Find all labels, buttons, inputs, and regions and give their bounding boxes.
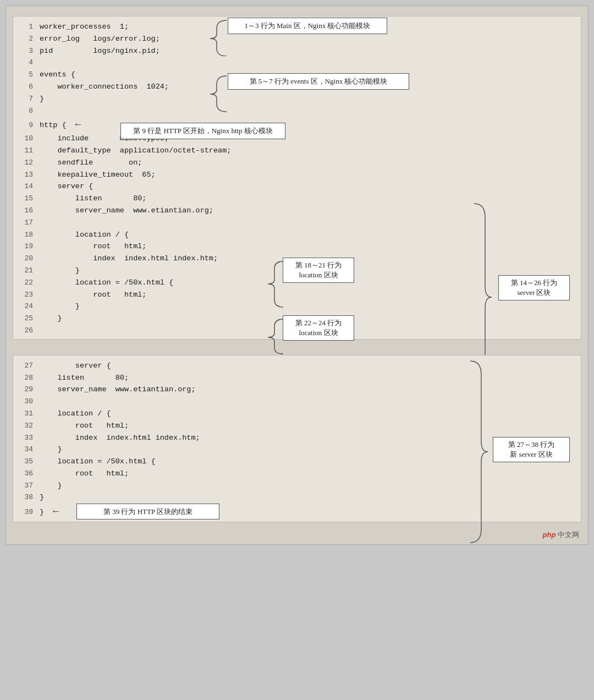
code-line: 3pid logs/nginx.pid; — [13, 45, 581, 57]
annotation-main-block: 1～3 行为 Main 区，Nginx 核心功能模块 — [228, 18, 387, 34]
arrow-icon-bottom: ← — [53, 504, 59, 519]
top-code-section: 1worker_processes 1; 2error_log logs/err… — [13, 16, 581, 340]
brace-events-svg — [206, 73, 229, 113]
annotation-http-end: 第 39 行为 HTTP 区块的结束 — [76, 504, 219, 520]
code-line: 16 server_name www.etiantian.org; — [13, 205, 581, 217]
watermark: php 中文网 — [543, 530, 579, 540]
code-line: 11 default_type application/octet-stream… — [13, 145, 581, 157]
code-line: 8 — [13, 105, 581, 117]
arrow-icon: ← — [75, 117, 81, 133]
bottom-code-section: 27 server { 28 listen 80; 29 server_name… — [13, 355, 581, 522]
code-line: 32 root html; — [13, 420, 581, 432]
code-line: 28 listen 80; — [13, 372, 581, 384]
brace-location1-svg — [263, 259, 285, 308]
brace-main-svg — [206, 18, 229, 56]
code-line: 23 root html; — [13, 289, 581, 301]
code-line: 31 location / { — [13, 408, 581, 420]
code-line: 15 listen 80; — [13, 193, 581, 205]
code-line: 27 server { — [13, 360, 581, 372]
brace-new-server-svg — [466, 358, 490, 544]
code-line: 38} — [13, 491, 581, 504]
code-line: 2error_log logs/error.log; — [13, 33, 581, 45]
annotation-new-server-block: 第 27～38 行为新 server 区块 — [493, 437, 570, 462]
code-line: 10 include mime.types; — [13, 133, 581, 145]
annotation-server-block: 第 14～26 行为server 区块 — [498, 275, 570, 300]
code-line: 30 — [13, 396, 581, 408]
main-container: 1worker_processes 1; 2error_log logs/err… — [6, 6, 588, 545]
code-line: 14 server { — [13, 181, 581, 193]
code-line: 7} — [13, 93, 581, 105]
code-line: 36 root html; — [13, 468, 581, 480]
code-line: 13 keepalive_timeout 65; — [13, 169, 581, 181]
annotation-location1-block: 第 18～21 行为location 区块 — [283, 258, 354, 283]
code-line: 19 root html; — [13, 240, 581, 253]
annotation-http-start: 第 9 行是 HTTP 区开始，Nginx http 核心模块 — [120, 123, 285, 139]
brace-location2-svg — [263, 316, 285, 356]
annotation-location2-block: 第 22～24 行为location 区块 — [283, 315, 354, 341]
code-line: 12 sendfile on; — [13, 157, 581, 169]
watermark-cn: 中文网 — [558, 531, 579, 539]
code-line: 29 server_name www.etiantian.org; — [13, 384, 581, 396]
watermark-php: php — [543, 531, 556, 539]
annotation-events-block: 第 5～7 行为 events 区，Nginx 核心功能模块 — [228, 73, 409, 90]
code-line: 18 location / { — [13, 229, 581, 241]
code-line: 9http { ← — [13, 117, 581, 133]
code-line: 24 } — [13, 300, 581, 313]
code-line: 37 } — [13, 480, 581, 492]
section-separator — [6, 344, 588, 351]
code-line: 17 — [13, 217, 581, 229]
code-line: 4 — [13, 57, 581, 69]
